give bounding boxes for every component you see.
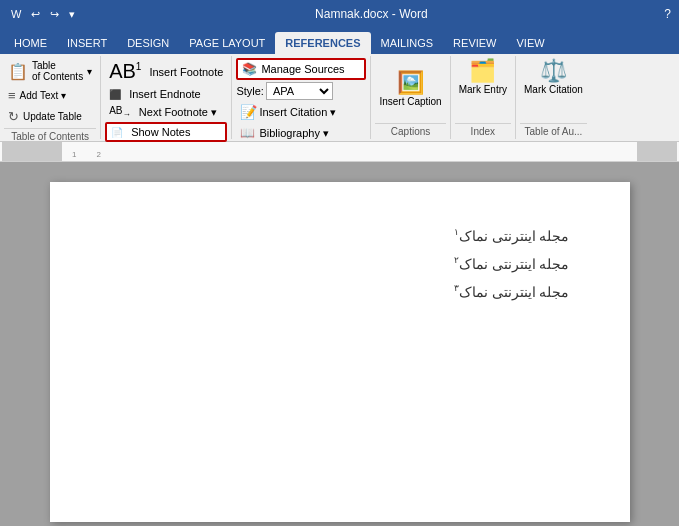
- style-select[interactable]: APA MLA Chicago: [266, 82, 333, 100]
- style-row: Style: APA MLA Chicago: [236, 82, 366, 100]
- title-bar: W ↩ ↪ ▾ Namnak.docx - Word ?: [0, 0, 679, 28]
- document-area: مجله اینترنتی نماک١ مجله اینترنتی نماک٢ …: [0, 162, 679, 526]
- update-table-label: Update Table: [23, 111, 82, 122]
- group-footnotes: AB1 Insert Footnote ⬛ Insert Endnote AB→…: [101, 56, 232, 139]
- update-table-button[interactable]: ↻ Update Table: [4, 107, 96, 126]
- tab-insert[interactable]: INSERT: [57, 32, 117, 54]
- ruler-inner: 1 2: [2, 142, 677, 161]
- insert-citation-icon: 📝: [240, 104, 257, 120]
- add-text-label: Add Text ▾: [20, 90, 67, 101]
- page: مجله اینترنتی نماک١ مجله اینترنتی نماک٢ …: [50, 182, 630, 522]
- group-table-of-authorities: ⚖️ Mark Citation Table of Au...: [516, 56, 591, 139]
- group-table-of-contents: 📋 Tableof Contents ▾ ≡ Add Text ▾ ↻ Upda…: [0, 56, 101, 139]
- table-of-contents-label: Tableof Contents: [32, 60, 83, 82]
- main-content: مجله اینترنتی نماک١ مجله اینترنتی نماک٢ …: [0, 162, 679, 526]
- manage-sources-button[interactable]: 📚 Manage Sources: [236, 58, 366, 80]
- word-icon: W: [8, 6, 24, 22]
- document-line-3: مجله اینترنتی نماک٣: [110, 278, 570, 306]
- superscript-3: ٣: [454, 283, 459, 293]
- captions-group-label: Captions: [375, 123, 445, 137]
- insert-caption-icon: 🖼️: [397, 72, 424, 94]
- document-line-2: مجله اینترنتی نماک٢: [110, 250, 570, 278]
- ruler: 1 2: [0, 142, 679, 162]
- tab-page-layout[interactable]: PAGE LAYOUT: [179, 32, 275, 54]
- mark-citation-label: Mark Citation: [524, 84, 583, 95]
- bibliography-icon: 📖: [240, 126, 255, 140]
- next-footnote-label: Next Footnote ▾: [139, 106, 217, 119]
- ribbon: 📋 Tableof Contents ▾ ≡ Add Text ▾ ↻ Upda…: [0, 54, 679, 142]
- show-notes-button[interactable]: 📄 Show Notes: [105, 122, 227, 142]
- bibliography-button[interactable]: 📖 Bibliography ▾: [236, 124, 366, 142]
- mark-entry-label: Mark Entry: [459, 84, 507, 95]
- insert-footnote-label: Insert Footnote: [149, 66, 223, 78]
- table-of-contents-button[interactable]: 📋 Tableof Contents ▾: [4, 58, 96, 84]
- ruler-content: 1 2: [62, 142, 637, 161]
- footnotes-group-content: AB1 Insert Footnote ⬛ Insert Endnote AB→…: [105, 58, 227, 142]
- tab-mailings[interactable]: MAILINGS: [371, 32, 444, 54]
- redo-button[interactable]: ↪: [47, 6, 62, 23]
- page-content: مجله اینترنتی نماک١ مجله اینترنتی نماک٢ …: [110, 222, 570, 306]
- insert-caption-label: Insert Caption: [379, 96, 441, 107]
- ruler-left-margin: [2, 142, 62, 161]
- insert-endnote-label: Insert Endnote: [129, 88, 201, 100]
- ruler-tick-2: 2: [96, 150, 100, 159]
- tab-design[interactable]: DESIGN: [117, 32, 179, 54]
- toa-group-label: Table of Au...: [520, 123, 587, 137]
- group-captions: 🖼️ Insert Caption Captions: [371, 56, 450, 139]
- ribbon-tab-bar: HOME INSERT DESIGN PAGE LAYOUT REFERENCE…: [0, 28, 679, 54]
- insert-citation-label: Insert Citation ▾: [259, 106, 336, 119]
- mark-entry-icon: 🗂️: [469, 60, 496, 82]
- help-button[interactable]: ?: [664, 7, 671, 21]
- tab-view[interactable]: VIEW: [507, 32, 555, 54]
- superscript-1: ١: [454, 227, 459, 237]
- add-text-icon: ≡: [8, 88, 16, 103]
- ruler-tick-1: 1: [72, 150, 76, 159]
- bibliography-label: Bibliography ▾: [259, 127, 329, 140]
- quick-access-more-button[interactable]: ▾: [66, 6, 78, 23]
- insert-caption-button[interactable]: 🖼️ Insert Caption: [375, 70, 445, 109]
- index-group-label: Index: [455, 123, 511, 137]
- toc-group-content: 📋 Tableof Contents ▾ ≡ Add Text ▾ ↻ Upda…: [4, 58, 96, 126]
- tab-review[interactable]: REVIEW: [443, 32, 506, 54]
- group-citations: 📚 Manage Sources Style: APA MLA Chicago …: [232, 56, 371, 139]
- superscript-2: ٢: [454, 255, 459, 265]
- add-text-button[interactable]: ≡ Add Text ▾: [4, 86, 96, 105]
- show-notes-label: Show Notes: [131, 126, 190, 138]
- insert-footnote-button[interactable]: AB1 Insert Footnote: [105, 58, 227, 85]
- quick-access-toolbar: W ↩ ↪ ▾: [8, 6, 78, 23]
- ruler-right-margin: [637, 142, 677, 161]
- document-line-1: مجله اینترنتی نماک١: [110, 222, 570, 250]
- toc-group-label: Table of Contents: [4, 128, 96, 142]
- next-footnote-button[interactable]: AB→ Next Footnote ▾: [105, 103, 227, 121]
- tab-references[interactable]: REFERENCES: [275, 32, 370, 54]
- citations-group-content: 📚 Manage Sources Style: APA MLA Chicago …: [236, 58, 366, 142]
- window-title: Namnak.docx - Word: [315, 7, 427, 21]
- group-index: 🗂️ Mark Entry Index: [451, 56, 516, 139]
- mark-citation-icon: ⚖️: [540, 60, 567, 82]
- toa-group-content: ⚖️ Mark Citation: [520, 58, 587, 121]
- manage-sources-label: Manage Sources: [261, 63, 344, 75]
- undo-button[interactable]: ↩: [28, 6, 43, 23]
- insert-endnote-button[interactable]: ⬛ Insert Endnote: [105, 86, 227, 102]
- style-label: Style:: [236, 85, 264, 97]
- insert-citation-button[interactable]: 📝 Insert Citation ▾: [236, 102, 366, 122]
- update-table-icon: ↻: [8, 109, 19, 124]
- captions-group-content: 🖼️ Insert Caption: [375, 58, 445, 121]
- index-group-content: 🗂️ Mark Entry: [455, 58, 511, 121]
- mark-citation-button[interactable]: ⚖️ Mark Citation: [520, 58, 587, 97]
- manage-sources-icon: 📚: [242, 62, 257, 76]
- mark-entry-button[interactable]: 🗂️ Mark Entry: [455, 58, 511, 97]
- tab-home[interactable]: HOME: [4, 32, 57, 54]
